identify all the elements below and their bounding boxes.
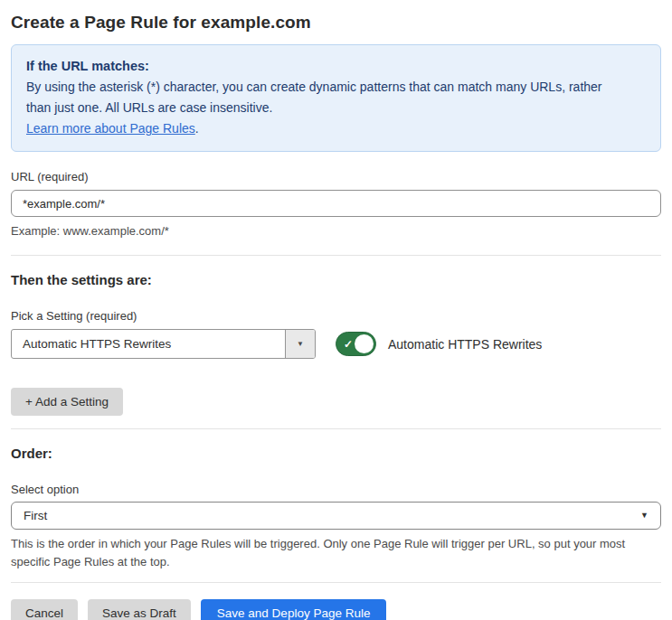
footer-actions: Cancel Save as Draft Save and Deploy Pag… (11, 599, 661, 620)
order-select[interactable]: First ▼ (11, 502, 661, 530)
url-input[interactable] (11, 190, 661, 217)
info-box-link-line: Learn more about Page Rules. (26, 118, 646, 139)
order-heading: Order: (11, 446, 661, 461)
info-box-body: By using the asterisk (*) character, you… (26, 77, 619, 118)
settings-heading: Then the settings are: (11, 272, 661, 287)
order-select-value: First (24, 509, 47, 522)
add-setting-button[interactable]: + Add a Setting (11, 388, 123, 416)
url-matches-info-box: If the URL matches: By using the asteris… (11, 44, 661, 152)
divider (11, 582, 661, 583)
setting-select-caret-button[interactable]: ▼ (285, 330, 315, 358)
divider (11, 255, 661, 256)
pick-setting-label: Pick a Setting (required) (11, 309, 661, 323)
url-helper: Example: www.example.com/* (11, 222, 661, 240)
learn-more-link[interactable]: Learn more about Page Rules (26, 121, 195, 136)
link-period: . (195, 121, 199, 136)
setting-picker-row: Automatic HTTPS Rewrites ▼ ✓ Automatic H… (11, 329, 661, 359)
info-box-heading: If the URL matches: (26, 56, 646, 77)
page-title: Create a Page Rule for example.com (11, 13, 661, 33)
chevron-down-icon: ▼ (640, 512, 648, 520)
deploy-button[interactable]: Save and Deploy Page Rule (201, 599, 387, 620)
setting-select[interactable]: Automatic HTTPS Rewrites ▼ (11, 329, 316, 359)
order-helper: This is the order in which your Page Rul… (11, 535, 648, 571)
url-label: URL (required) (11, 170, 661, 183)
divider (11, 428, 661, 429)
setting-toggle[interactable]: ✓ (336, 332, 376, 356)
toggle-label: Automatic HTTPS Rewrites (388, 337, 542, 352)
check-icon: ✓ (344, 337, 353, 350)
select-option-label: Select option (11, 483, 661, 496)
toggle-knob (355, 334, 374, 353)
chevron-down-icon: ▼ (297, 341, 304, 348)
setting-select-value: Automatic HTTPS Rewrites (12, 337, 285, 351)
cancel-button[interactable]: Cancel (11, 599, 78, 620)
save-draft-button[interactable]: Save as Draft (88, 599, 191, 620)
